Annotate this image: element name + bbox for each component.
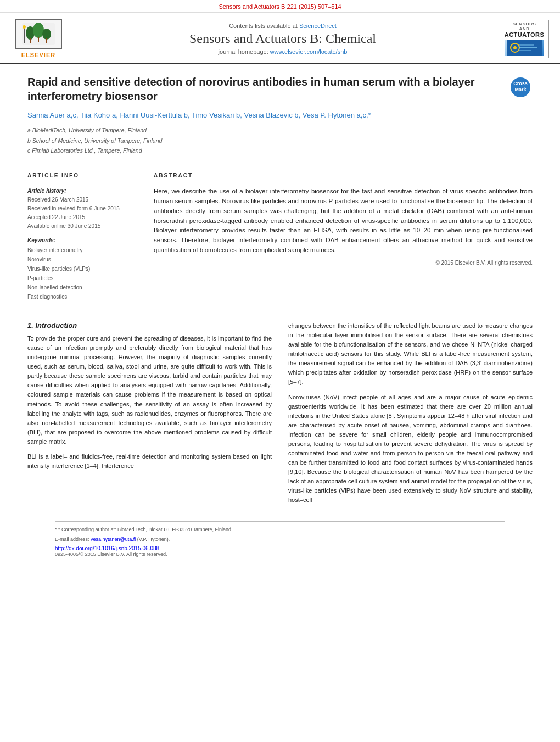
svg-rect-6	[46, 38, 47, 43]
keywords-list: Biolayer interferometry Norovirus Virus-…	[27, 246, 137, 302]
affiliation-c: c Fimlab Laboratories Ltd., Tampere, Fin…	[27, 146, 533, 155]
elsevier-logo-box	[15, 19, 62, 49]
affiliations: a BioMediTech, University of Tampere, Fi…	[27, 126, 533, 155]
affiliation-b: b School of Medicine, University of Tamp…	[27, 136, 533, 146]
article-info-heading: ARTICLE INFO	[27, 172, 137, 181]
page: Sensors and Actuators B 221 (2015) 507–5…	[0, 0, 560, 573]
crossmark-logo[interactable]: Cross Mark	[508, 75, 533, 99]
keywords-label: Keywords:	[27, 237, 137, 243]
keywords-section: Keywords: Biolayer interferometry Norovi…	[27, 237, 137, 302]
email-link[interactable]: vesa.hytanen@uta.fi	[91, 537, 136, 542]
svg-point-11	[513, 46, 517, 49]
sensors-brand-act: AcTuators	[505, 31, 545, 38]
elsevier-logo: ELSEVIER	[11, 19, 66, 58]
available-date: Available online 30 June 2015	[27, 222, 137, 231]
journal-homepage-line: journal homepage: www.elsevier.com/locat…	[77, 48, 489, 55]
keyword-5: Non-labelled detection	[27, 283, 137, 292]
journal-header: ELSEVIER Contents lists available at Sci…	[0, 13, 560, 64]
doi-link: http://dx.doi.org/10.1016/j.snb.2015.06.…	[55, 545, 505, 551]
received-date: Received 26 March 2015	[27, 196, 137, 204]
accepted-date: Accepted 22 June 2015	[27, 213, 137, 222]
journal-center: Contents lists available at ScienceDirec…	[66, 23, 500, 55]
svg-rect-7	[24, 27, 25, 43]
abstract-heading: ABSTRACT	[154, 172, 533, 181]
body-content: 1. Introduction To provide the proper cu…	[27, 321, 533, 510]
issn-line: 0925-4005/© 2015 Elsevier B.V. All right…	[55, 551, 505, 557]
svg-text:Mark: Mark	[514, 87, 527, 92]
authors-line: Sanna Auer a,c, Tiia Koho a, Hanni Uusi-…	[27, 110, 533, 121]
intro-left-p2: BLI is a label– and fluidics-free, real-…	[27, 452, 272, 471]
article-title: Rapid and sensitive detection of norovir…	[27, 75, 500, 103]
history-label: Article history:	[27, 187, 137, 196]
svg-rect-5	[38, 37, 39, 42]
sensors-brand-top: SENSORS	[513, 21, 536, 26]
journal-citation: Sensors and Actuators B 221 (2015) 507–5…	[219, 3, 341, 10]
footnote: * * Corresponding author at: BioMediTech…	[55, 526, 505, 534]
svg-text:Cross: Cross	[513, 81, 528, 86]
divider-1	[27, 164, 533, 164]
intro-right-p1: changes between the intensities of the r…	[288, 321, 533, 387]
revised-date: Received in revised form 6 June 2015	[27, 204, 137, 213]
top-bar: Sensors and Actuators B 221 (2015) 507–5…	[0, 0, 560, 13]
contents-available-line: Contents lists available at ScienceDirec…	[77, 23, 489, 29]
intro-right-p2: Noroviruses (NoV) infect people of all a…	[288, 393, 533, 505]
journal-homepage-link[interactable]: www.elsevier.com/locate/snb	[270, 48, 348, 55]
article-history: Article history: Received 26 March 2015 …	[27, 187, 137, 231]
article-content: Rapid and sensitive detection of norovir…	[0, 64, 560, 573]
info-abstract-section: ARTICLE INFO Article history: Received 2…	[27, 172, 533, 302]
intro-heading: 1. Introduction	[27, 321, 272, 330]
journal-title: Sensors and Actuators B: Chemical	[77, 31, 489, 46]
body-left-col: 1. Introduction To provide the proper cu…	[27, 321, 272, 510]
page-footer: * * Corresponding author at: BioMediTech…	[55, 521, 505, 557]
affiliation-a: a BioMediTech, University of Tampere, Fi…	[27, 126, 533, 135]
elsevier-tree-icon	[19, 22, 58, 47]
divider-2	[27, 313, 533, 313]
keyword-2: Norovirus	[27, 255, 137, 264]
svg-point-3	[42, 29, 51, 40]
keyword-6: Fast diagnostics	[27, 292, 137, 302]
keyword-4: P-particles	[27, 274, 137, 283]
email-line: E-mail address: vesa.hytanen@uta.fi (V.P…	[55, 536, 505, 544]
article-title-section: Rapid and sensitive detection of norovir…	[27, 75, 533, 103]
body-right-col: changes between the intensities of the r…	[288, 321, 533, 510]
elsevier-brand-text: ELSEVIER	[21, 52, 55, 58]
svg-point-8	[23, 25, 26, 29]
keyword-1: Biolayer interferometry	[27, 246, 137, 255]
sensors-brand-and: and	[519, 26, 530, 31]
article-info-col: ARTICLE INFO Article history: Received 2…	[27, 172, 137, 302]
intro-left-p1: To provide the proper cure and prevent t…	[27, 334, 272, 447]
svg-rect-4	[30, 38, 31, 43]
abstract-col: ABSTRACT Here, we describe the use of a …	[154, 172, 533, 302]
keyword-3: Virus-like particles (VLPs)	[27, 264, 137, 274]
sensors-actuators-logo: SENSORS and AcTuators	[500, 20, 549, 58]
sciencedirect-link[interactable]: ScienceDirect	[299, 23, 337, 29]
sensors-logo-image	[505, 40, 544, 56]
svg-point-2	[33, 23, 44, 38]
copyright-line: © 2015 Elsevier B.V. All rights reserved…	[154, 260, 533, 266]
abstract-text: Here, we describe the use of a biolayer …	[154, 187, 533, 255]
